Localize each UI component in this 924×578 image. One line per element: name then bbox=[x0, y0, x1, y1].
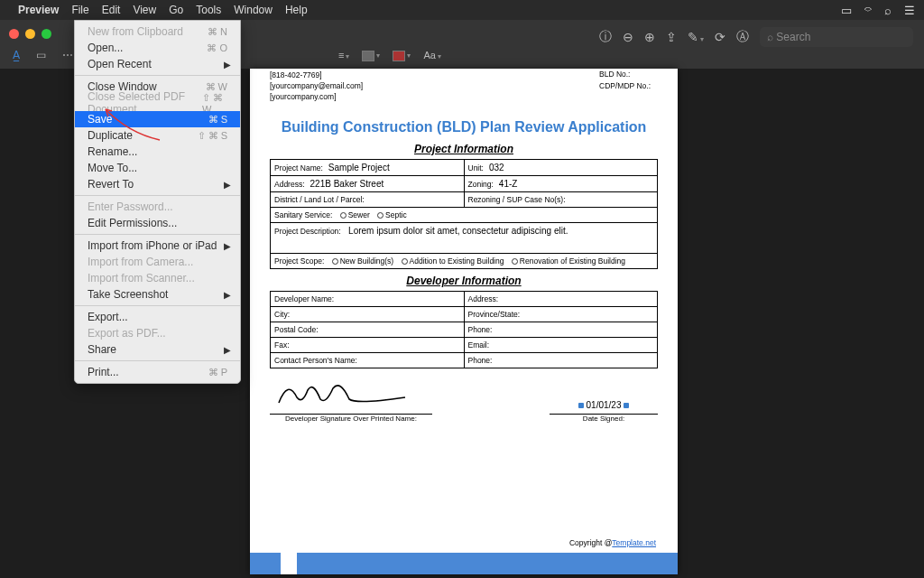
search-placeholder: Search bbox=[776, 31, 810, 43]
doc-title: Building Construction (BLD) Plan Review … bbox=[270, 119, 658, 135]
header-ids: BLD No.: CDP/MDP No.: bbox=[599, 69, 651, 92]
template-link[interactable]: Template.net bbox=[612, 538, 656, 547]
file-menu-duplicate[interactable]: Duplicate⇧ ⌘ S bbox=[75, 127, 240, 144]
font-style-picker[interactable]: Aa▾ bbox=[423, 50, 440, 61]
menu-help[interactable]: Help bbox=[285, 4, 308, 16]
file-menu-dropdown: New from Clipboard⌘ NOpen...⌘ OOpen Rece… bbox=[74, 20, 241, 384]
selection-handle-left[interactable] bbox=[578, 403, 584, 408]
file-menu-move-to[interactable]: Move To... bbox=[75, 160, 240, 176]
section-project-info: Project Information bbox=[270, 143, 658, 155]
file-menu-close-selected-pdf-document: Close Selected PDF Document⇧ ⌘ W bbox=[75, 95, 240, 111]
zoom-out-icon[interactable]: ⊖ bbox=[623, 30, 633, 44]
menu-go[interactable]: Go bbox=[169, 4, 183, 16]
file-menu-open-recent[interactable]: Open Recent▶ bbox=[75, 56, 240, 72]
file-menu-export-as-pdf: Export as PDF... bbox=[75, 325, 240, 341]
developer-info-table: Developer Name:Address: City:Province/St… bbox=[270, 291, 658, 368]
spotlight-icon[interactable]: ⌕ bbox=[884, 4, 892, 17]
wifi-icon[interactable]: ⌔ bbox=[864, 4, 872, 17]
info-icon[interactable]: ⓘ bbox=[599, 29, 612, 45]
menu-view[interactable]: View bbox=[133, 4, 156, 16]
file-menu-take-screenshot[interactable]: Take Screenshot▶ bbox=[75, 286, 240, 303]
menu-window[interactable]: Window bbox=[234, 4, 273, 16]
system-menubar: Preview File Edit View Go Tools Window H… bbox=[0, 0, 924, 20]
battery-icon[interactable]: ▭ bbox=[841, 4, 852, 17]
pdf-document[interactable]: [818-402-7769] [yourcompany@email.com] [… bbox=[250, 69, 678, 574]
close-window-button[interactable] bbox=[9, 29, 19, 39]
app-title[interactable]: Preview bbox=[18, 4, 59, 16]
select-tool[interactable]: ▭ bbox=[32, 47, 50, 63]
file-menu-export[interactable]: Export... bbox=[75, 309, 240, 325]
file-menu-import-from-scanner: Import from Scanner... bbox=[75, 270, 240, 286]
signature-image bbox=[270, 378, 432, 408]
highlight-icon[interactable]: ✎▾ bbox=[688, 30, 704, 44]
search-input[interactable]: ⌕ Search bbox=[760, 27, 913, 47]
section-developer-info: Developer Information bbox=[270, 275, 658, 287]
rotate-icon[interactable]: ⟳ bbox=[715, 30, 725, 44]
fill-color-picker[interactable]: ▾ bbox=[393, 49, 411, 61]
control-center-icon[interactable]: ☰ bbox=[904, 4, 915, 17]
file-menu-enter-password: Enter Password... bbox=[75, 199, 240, 215]
date-signed-block[interactable]: 01/01/23 Date Signed: bbox=[550, 400, 658, 423]
search-icon: ⌕ bbox=[767, 31, 773, 43]
menu-edit[interactable]: Edit bbox=[102, 4, 121, 16]
file-menu-save[interactable]: Save⌘ S bbox=[75, 111, 240, 127]
window-controls bbox=[9, 29, 51, 39]
file-menu-import-from-iphone-or-ipad[interactable]: Import from iPhone or iPad▶ bbox=[75, 238, 240, 254]
file-menu-import-from-camera: Import from Camera... bbox=[75, 254, 240, 270]
file-menu-rename[interactable]: Rename... bbox=[75, 144, 240, 160]
file-menu-revert-to[interactable]: Revert To▶ bbox=[75, 176, 240, 192]
line-style-picker[interactable]: ≡▾ bbox=[338, 50, 349, 61]
menu-file[interactable]: File bbox=[71, 4, 88, 16]
signature-block: Developer Signature Over Printed Name: bbox=[270, 378, 432, 423]
border-color-picker[interactable]: ▾ bbox=[362, 49, 380, 61]
maximize-window-button[interactable] bbox=[42, 29, 51, 39]
file-menu-edit-permissions[interactable]: Edit Permissions... bbox=[75, 215, 240, 231]
file-menu-open[interactable]: Open...⌘ O bbox=[75, 40, 240, 56]
minimize-window-button[interactable] bbox=[25, 29, 35, 39]
copyright: Copyright @Template.net bbox=[569, 538, 656, 547]
footer-band bbox=[250, 553, 678, 574]
file-menu-print[interactable]: Print...⌘ P bbox=[75, 364, 240, 380]
zoom-in-icon[interactable]: ⊕ bbox=[644, 30, 655, 44]
project-info-table: Project Name:Sample Project Unit:032 Add… bbox=[270, 159, 658, 269]
file-menu-new-from-clipboard: New from Clipboard⌘ N bbox=[75, 23, 240, 40]
selection-handle-right[interactable] bbox=[624, 403, 629, 408]
menu-tools[interactable]: Tools bbox=[196, 4, 221, 16]
markup-icon[interactable]: Ⓐ bbox=[736, 29, 749, 45]
share-icon[interactable]: ⇪ bbox=[666, 30, 677, 44]
file-menu-share[interactable]: Share▶ bbox=[75, 341, 240, 358]
text-annotation-tool[interactable]: A̲ bbox=[9, 47, 23, 63]
